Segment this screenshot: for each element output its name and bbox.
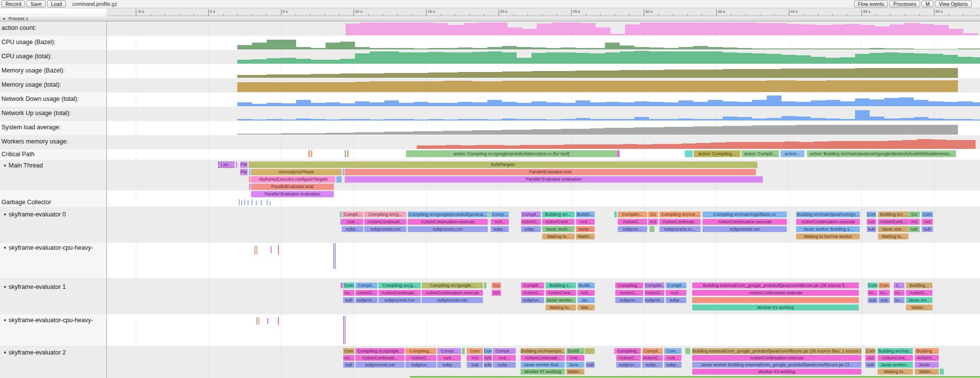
counter-chart-workers-memory-usage[interactable]	[0, 135, 980, 149]
trace-event[interactable]: subproc...	[616, 362, 641, 368]
track-label-main-thread[interactable]: ▾Main Thread	[4, 162, 43, 169]
gc-event[interactable]	[261, 200, 262, 205]
trace-event[interactable]: Compilin...	[618, 212, 647, 217]
trace-event[interactable]	[488, 212, 490, 217]
trace-event[interactable]: buildTargets	[249, 162, 757, 168]
gc-event[interactable]	[251, 199, 252, 205]
trace-event[interactable]	[311, 150, 312, 157]
trace-event[interactable]: subprocess.run	[378, 297, 421, 303]
trace-event[interactable]: Waiting to borrow worker	[796, 234, 860, 239]
counter-chart-cpu-usage-bazel[interactable]	[0, 36, 980, 50]
trace-event[interactable]: Worker #7 working	[521, 369, 565, 375]
trace-event[interactable]: Waitin...	[566, 369, 584, 375]
trace-event[interactable]: Waitin...	[576, 234, 595, 239]
trace-event[interactable]	[278, 245, 279, 255]
trace-event[interactable]: ParallelEvaluator.eval	[251, 184, 334, 190]
gc-event[interactable]	[270, 201, 271, 205]
trace-event[interactable]	[256, 246, 257, 255]
trace-event[interactable]: Com	[343, 283, 354, 288]
track-label-skyframe-evaluator-0[interactable]: ▾skyframe-evaluator 0	[4, 211, 66, 218]
counter-chart-cpu-usage-total[interactable]	[0, 50, 980, 64]
trace-event[interactable]: ActionC...	[521, 290, 544, 296]
trace-event[interactable]: Waiting to...	[542, 234, 575, 239]
trace-event[interactable]: ActionConti	[484, 355, 492, 361]
trace-event[interactable]: Compil...	[642, 348, 663, 354]
trace-event[interactable]: Building src...	[878, 212, 908, 217]
trace-event[interactable]: Parallel Evaluator evaluation	[345, 176, 763, 183]
trace-event[interactable]: ActionConti...	[878, 355, 913, 361]
trace-event[interactable]: Compiling src/g...	[364, 212, 406, 217]
trace-event[interactable]: Act	[908, 219, 920, 225]
trace-event[interactable]	[484, 283, 486, 288]
trace-event[interactable]: action 'Compiling...	[694, 150, 740, 157]
trace-event[interactable]: Buildin...	[576, 212, 595, 217]
trace-event[interactable]: Compi...	[437, 348, 461, 354]
expander-icon[interactable]: ▾	[4, 318, 6, 323]
trace-event[interactable]: subprocess.run	[422, 297, 483, 303]
trace-event[interactable]: subproc...	[615, 297, 643, 303]
trace-event[interactable]	[343, 316, 344, 344]
trace-event[interactable]: sub	[343, 362, 354, 368]
counter-chart-memory-usage-bazel[interactable]	[0, 64, 980, 78]
trace-event[interactable]: Javac worker Building external/com_googl…	[692, 362, 861, 368]
gc-event[interactable]	[241, 201, 242, 205]
trace-event[interactable]: Compil...	[521, 212, 541, 217]
trace-event[interactable]: Worker #1 working	[692, 305, 859, 310]
trace-event[interactable]: ActionContinuati...	[378, 290, 421, 296]
trace-event[interactable]: Worker #3 working	[692, 369, 861, 375]
trace-event[interactable]: Java...	[566, 362, 584, 368]
trace-event[interactable]: Building src/main/jav...	[521, 348, 565, 354]
trace-event[interactable]: Compiling src/google...	[422, 283, 483, 288]
trace-event[interactable]: ActionContinuation.execute	[408, 219, 488, 225]
trace-event[interactable]: Act	[922, 219, 933, 225]
trace-event[interactable]: ActionC...	[645, 290, 664, 296]
trace-event[interactable]	[650, 226, 654, 232]
trace-event[interactable]: ActionContinuati...	[364, 219, 406, 225]
trace-event[interactable]	[341, 283, 343, 288]
trace-event[interactable]: Com	[865, 348, 876, 354]
trace-event[interactable]	[256, 317, 257, 325]
trace-event[interactable]	[335, 243, 336, 269]
trace-event[interactable]: subp...	[521, 226, 541, 232]
expander-icon[interactable]: ▾	[4, 212, 6, 217]
trace-event[interactable]: subproc...	[521, 297, 544, 303]
trace-event[interactable]	[343, 169, 344, 175]
track-label-skyframe-evaluator-cpu-heavy-a[interactable]: ▾skyframe-evaluator-cpu-heavy-	[4, 244, 93, 251]
gc-event[interactable]	[256, 201, 257, 205]
trace-event[interactable]: Acti...	[576, 219, 595, 225]
trace-event[interactable]: Buildi...	[566, 348, 584, 354]
trace-event[interactable]: Com	[922, 212, 933, 217]
track-label-skyframe-evaluator-cpu-heavy-b[interactable]: ▾skyframe-evaluator-cpu-heavy-	[4, 317, 93, 324]
trace-event[interactable]: Par	[240, 162, 248, 168]
trace-event[interactable]	[271, 246, 272, 253]
trace-event[interactable]	[308, 150, 310, 157]
trace-event[interactable]: subp...	[493, 362, 516, 368]
trace-event[interactable]: subp...	[437, 362, 461, 368]
trace-event[interactable]: subprocess.run	[364, 226, 406, 232]
trace-event[interactable]: runAnalysisPhase	[251, 169, 342, 175]
trace-event[interactable]: Com	[343, 348, 354, 354]
trace-event[interactable]: Acti...	[493, 355, 516, 361]
trace-event[interactable]: ActionConti...	[542, 219, 575, 225]
trace-event[interactable]: ActionContinuati...	[355, 355, 404, 361]
trace-event[interactable]: sub	[867, 226, 876, 232]
trace-event[interactable]: Waitin...	[906, 305, 932, 310]
trace-event[interactable]: Waiting to...	[546, 305, 576, 310]
trace-event[interactable]	[258, 317, 259, 325]
trace-event[interactable]: Par	[240, 169, 248, 175]
trace-event[interactable]: Building external/com_google_protobuf/ja…	[692, 348, 861, 354]
trace-event[interactable]: Wai...	[578, 305, 595, 310]
track-label-skyframe-evaluator-1[interactable]: ▾skyframe-evaluator 1	[4, 284, 66, 290]
trace-event[interactable]	[340, 212, 341, 217]
trace-event[interactable]: Waiting to...	[878, 234, 908, 239]
trace-event[interactable]: ActionContinuation.execute	[692, 290, 859, 296]
trace-event[interactable]: Acti...	[666, 290, 686, 296]
trace-event[interactable]: Building...	[906, 283, 932, 288]
trace-event[interactable]: ActionC...	[906, 290, 932, 296]
trace-event[interactable]: Building src...	[542, 212, 575, 217]
trace-event[interactable]: ActionC...	[615, 290, 643, 296]
trace-event[interactable]: Comp...	[491, 212, 509, 217]
trace-event[interactable]: subproc...	[405, 362, 436, 368]
view-options-button[interactable]: View Options	[935, 0, 972, 7]
counter-chart-network-down-usage-total[interactable]	[0, 93, 980, 107]
